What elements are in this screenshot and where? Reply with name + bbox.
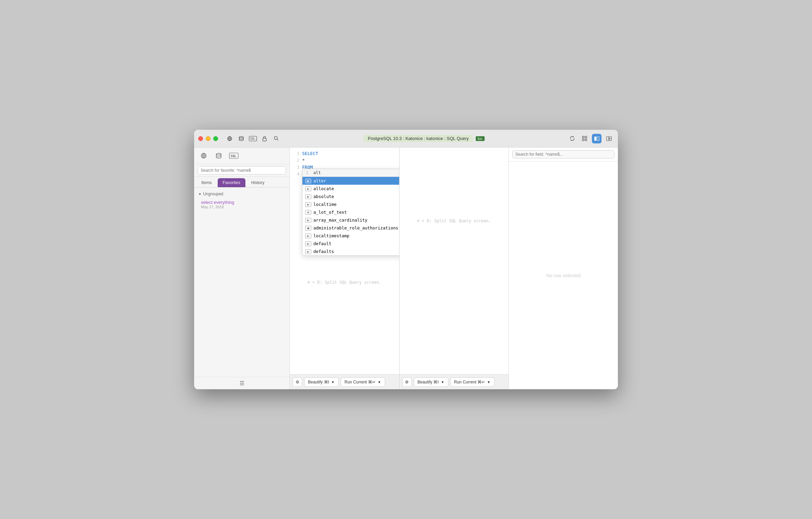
left-query-panel: 1 SELECT 2 * 3 FROM 4 <box>290 148 399 389</box>
ac-icon-absolute: ▶ <box>305 194 311 199</box>
titlebar: SQL PostgreSQL 10.3 : Katonice : katonic… <box>194 130 618 148</box>
ac-item-allocate[interactable]: ▶ allocate keyword <box>302 185 399 193</box>
sql-editor-left[interactable]: 1 SELECT 2 * 3 FROM 4 <box>290 148 399 374</box>
sidebar-sql-icon[interactable]: SQL <box>228 150 239 161</box>
no-row-selected-label: No row selected <box>509 162 618 389</box>
beautify-button-right[interactable]: Beautify ⌘I <box>414 377 443 387</box>
svg-rect-15 <box>597 137 599 141</box>
ac-item-array-max-cardinality[interactable]: ▶ array_max_cardinality keyword <box>302 216 399 224</box>
autocomplete-dropdown: 1 alt ▶ alter keyword ▶ allocate <box>302 169 399 256</box>
ac-name-localtime: localtime <box>313 202 399 207</box>
traffic-lights <box>198 136 218 141</box>
ac-name-defaults: defaults <box>313 249 399 254</box>
ac-name-administrable: administrable_role_authorizations <box>313 225 398 230</box>
line-num-2: 2 <box>291 157 299 164</box>
line-num-1: 1 <box>291 150 299 157</box>
beautify-group-left: Beautify ⌘I ▾ <box>304 377 339 387</box>
ac-item-absolute[interactable]: ▶ absolute keyword <box>302 193 399 200</box>
sidebar-database-icon[interactable] <box>213 150 224 161</box>
app-window: SQL PostgreSQL 10.3 : Katonice : katonic… <box>194 130 618 389</box>
ac-item-localtime[interactable]: ▶ localtime keyword <box>302 200 399 208</box>
ac-name-array-max: array_max_cardinality <box>313 218 399 223</box>
group-ungrouped-header[interactable]: ▼ Ungrouped <box>194 190 289 198</box>
beautify-button-left[interactable]: Beautify ⌘I <box>304 377 333 387</box>
svg-rect-11 <box>585 136 587 138</box>
svg-text:SQL: SQL <box>250 137 255 140</box>
code-content-1: SELECT <box>302 150 318 157</box>
tab-history[interactable]: History <box>246 178 270 187</box>
sql-icon[interactable]: SQL <box>248 134 258 143</box>
loc-badge: loc <box>476 136 485 141</box>
run-button-left[interactable]: Run Current ⌘↵ <box>341 377 379 387</box>
split-hint-left: ⌘ + D: Split SQL Query screen. <box>290 273 399 292</box>
run-group-left: Run Current ⌘↵ ▾ <box>341 377 385 387</box>
gear-button-left[interactable]: ⚙ <box>293 377 302 387</box>
toolbar-icons: SQL <box>225 134 281 143</box>
sidebar-search-input[interactable] <box>198 166 286 174</box>
maximize-button[interactable] <box>213 136 218 141</box>
ac-header: 1 alt <box>302 169 399 177</box>
ac-item-a-lot-of-text[interactable]: ⊞ a_lot_of_text public <box>302 208 399 216</box>
ac-icon-a-lot-of-text: ⊞ <box>305 210 311 215</box>
code-content-2: * <box>302 157 305 164</box>
ac-item-administrable[interactable]: ● administrable_role_authorizations info… <box>302 224 399 232</box>
ac-name-absolute: absolute <box>313 194 399 199</box>
svg-rect-12 <box>582 139 584 141</box>
search-icon[interactable] <box>271 134 281 143</box>
left-toolbar: ⚙ Beautify ⌘I ▾ Run Current ⌘↵ ▾ <box>290 374 399 389</box>
ac-name-alter: alter <box>313 178 399 183</box>
layout2-button[interactable] <box>604 134 614 143</box>
group-ungrouped-label: Ungrouped <box>203 192 223 196</box>
right-toolbar: ⚙ Beautify ⌘I ▾ Run Current ⌘↵ ▾ <box>400 374 509 389</box>
menu-icon[interactable]: ☰ <box>240 380 244 387</box>
item-date-label: May 17, 2018 <box>201 205 283 209</box>
window-title: PostgreSQL 10.3 : Katonice : katonice : … <box>364 135 473 142</box>
svg-point-23 <box>216 153 221 155</box>
split-hint-right: ⌘ + D: Split SQL Query screen. <box>400 150 509 230</box>
run-button-right[interactable]: Run Current ⌘↵ <box>450 377 489 387</box>
sql-editor-right[interactable]: ⌘ + D: Split SQL Query screen. <box>400 148 509 374</box>
run-caret-right[interactable]: ▾ <box>486 377 495 387</box>
minimize-button[interactable] <box>206 136 211 141</box>
run-caret-left[interactable]: ▾ <box>377 377 385 387</box>
layout1-button[interactable] <box>592 134 601 143</box>
beautify-caret-left[interactable]: ▾ <box>330 377 339 387</box>
ac-icon-defaults: ▶ <box>305 249 311 254</box>
tab-items[interactable]: Items <box>196 178 217 187</box>
lock-icon[interactable] <box>260 134 269 143</box>
field-search-input[interactable] <box>512 150 614 158</box>
code-line-1: 1 SELECT <box>290 150 399 157</box>
svg-point-4 <box>239 137 243 138</box>
svg-rect-14 <box>594 137 596 141</box>
sidebar-network-icon[interactable] <box>198 150 209 161</box>
sidebar-tabs: Items Favorites History <box>194 177 289 187</box>
group-arrow-icon: ▼ <box>198 192 202 196</box>
svg-rect-10 <box>582 136 584 138</box>
ac-icon-localtimestamp: ▶ <box>305 234 311 238</box>
beautify-caret-right[interactable]: ▾ <box>440 377 448 387</box>
ac-item-alter[interactable]: ▶ alter keyword <box>302 177 399 185</box>
network-icon[interactable] <box>225 134 234 143</box>
database-icon[interactable] <box>236 134 246 143</box>
query-panels: 1 SELECT 2 * 3 FROM 4 <box>290 148 509 389</box>
ac-icon-array-max: ▶ <box>305 218 311 223</box>
ac-icon-default: ▶ <box>305 241 311 246</box>
grid-view-button[interactable] <box>580 134 589 143</box>
ac-line-num: 1 <box>306 170 311 175</box>
gear-button-right[interactable]: ⚙ <box>402 377 412 387</box>
ac-item-default[interactable]: ▶ default keyword <box>302 240 399 248</box>
ac-input-text: alt <box>313 170 321 175</box>
right-results-panel: No row selected <box>509 148 618 389</box>
list-item[interactable]: select everything May 17, 2018 <box>194 198 289 211</box>
code-line-2: 2 * <box>290 157 399 164</box>
ac-name-localtimestamp: localtimestamp <box>313 233 399 238</box>
close-button[interactable] <box>198 136 203 141</box>
sidebar-bottom: ☰ <box>194 377 289 389</box>
ac-item-localtimestamp[interactable]: ▶ localtimestamp keyword <box>302 232 399 240</box>
ac-name-allocate: allocate <box>313 186 399 191</box>
tab-favorites[interactable]: Favorites <box>218 178 245 187</box>
svg-point-8 <box>274 137 277 140</box>
ac-item-defaults[interactable]: ▶ defaults keyword <box>302 248 399 255</box>
refresh-button[interactable] <box>567 134 577 143</box>
line-num-4: 4 <box>291 171 299 178</box>
